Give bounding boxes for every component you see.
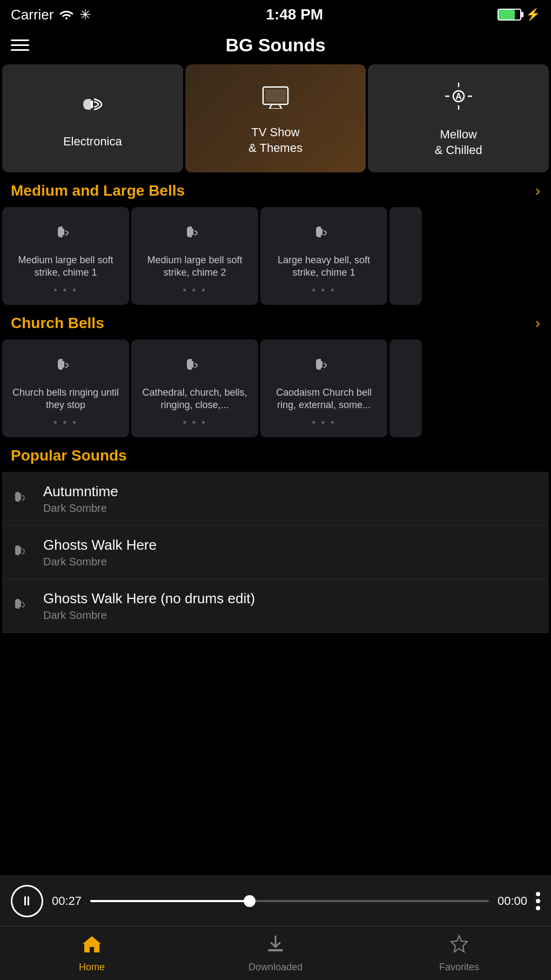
svg-text:A: A [455,92,462,101]
favorites-icon [449,934,469,958]
sound-card-mlb3[interactable]: Large heavy bell, soft strike, chime 1 •… [260,207,387,305]
menu-button[interactable] [11,39,29,51]
status-left: Carrier ✳ [11,6,91,23]
popular-item-1-subtitle: Dark Sombre [43,502,538,515]
sound-icon-cb3 [313,355,335,379]
sound-label-mlb3: Large heavy bell, soft strike, chime 1 [269,254,379,279]
church-bells-header[interactable]: Church Bells › [0,305,551,339]
nav-favorites[interactable]: Favorites [367,926,551,980]
svg-marker-23 [451,936,467,952]
sound-card-cb2[interactable]: Cathedral, church, bells, ringing, close… [131,339,258,437]
sound-card-partial-mlb [389,207,422,305]
nav-downloaded[interactable]: Downloaded [184,926,367,980]
player-pause-button[interactable]: ⏸ [11,885,43,917]
medium-large-bells-title: Medium and Large Bells [11,182,185,199]
tv-icon [261,84,290,115]
status-time: 1:48 PM [266,6,323,23]
church-bells-title: Church Bells [11,315,104,332]
home-icon [82,934,102,958]
popular-item-3-icon [13,596,32,616]
sound-card-cb3[interactable]: Caodaism Church bell ring, external, som… [260,339,387,437]
status-right: ⚡ [498,8,540,22]
popular-item-2-info: Ghosts Walk Here Dark Sombre [43,537,538,568]
sound-dots-cb1: • • • [54,417,78,429]
battery-icon [498,9,521,21]
more-dot-1 [536,892,540,896]
status-bar: Carrier ✳ 1:48 PM ⚡ [0,0,551,29]
svg-rect-19 [19,494,21,500]
popular-item-2-subtitle: Dark Sombre [43,556,538,568]
download-icon [265,934,286,958]
popular-item-1-icon [13,489,32,509]
sound-label-cb3: Caodaism Church bell ring, external, som… [269,386,379,412]
medium-large-bells-cards: Medium large bell soft strike, chime 1 •… [0,207,551,305]
sound-dots-mlb1: • • • [54,285,78,296]
pause-icon: ⏸ [21,894,33,909]
svg-rect-13 [63,229,64,235]
popular-item-1-info: Autumntime Dark Sombre [43,483,538,515]
nav-home[interactable]: Home [0,926,184,980]
category-electronica[interactable]: Electronica [2,64,183,172]
charge-icon: ⚡ [526,8,540,22]
bottom-navigation: Home Downloaded Favorites [0,926,551,980]
popular-item-3-subtitle: Dark Sombre [43,609,538,622]
player-progress-fill [90,900,250,902]
sound-label-cb2: Cathedral, church, bells, ringing, close… [140,386,250,412]
sound-label-cb1: Church bells ringing until they stop [11,386,120,412]
popular-item-2[interactable]: Ghosts Walk Here Dark Sombre [2,526,549,579]
category-grid: Electronica TV Show& Themes A Me [0,64,551,172]
svg-rect-16 [63,361,64,368]
medium-large-bells-header[interactable]: Medium and Large Bells › [0,172,551,207]
sound-card-partial-cb [389,339,422,437]
category-mellow[interactable]: A Mellow& Chilled [368,64,549,172]
sound-card-mlb1[interactable]: Medium large bell soft strike, chime 1 •… [2,207,129,305]
popular-item-2-icon [13,542,32,563]
sound-icon-cb1 [55,355,77,379]
sound-dots-mlb3: • • • [312,285,336,296]
signal-icon: ✳ [79,6,91,23]
medium-large-bells-chevron: › [535,182,540,199]
svg-rect-17 [192,361,193,368]
svg-rect-21 [19,601,21,607]
player-progress-thumb[interactable] [244,895,256,907]
player-bar: ⏸ 00:27 00:00 [0,876,551,926]
tv-show-label: TV Show& Themes [248,125,303,156]
app-title: BG Sounds [225,35,325,56]
popular-item-3-title: Ghosts Walk Here (no drums edit) [43,590,538,607]
sound-icon-mlb1 [55,222,77,246]
downloaded-label: Downloaded [248,962,303,973]
sound-card-mlb2[interactable]: Medium large bell soft strike, chime 2 •… [131,207,258,305]
popular-sounds-title: Popular Sounds [11,447,127,464]
popular-item-3[interactable]: Ghosts Walk Here (no drums edit) Dark So… [2,579,549,633]
popular-item-2-title: Ghosts Walk Here [43,537,538,554]
svg-rect-3 [265,89,286,102]
mellow-icon: A [444,82,473,117]
wifi-icon [59,6,74,23]
svg-rect-15 [321,229,322,235]
sound-card-cb1[interactable]: Church bells ringing until they stop • •… [2,339,129,437]
church-bells-cards: Church bells ringing until they stop • •… [0,339,551,437]
category-tv-show[interactable]: TV Show& Themes [185,64,366,172]
svg-rect-14 [192,229,193,235]
sound-dots-cb3: • • • [312,417,336,429]
app-header: BG Sounds [0,29,551,64]
more-dot-3 [536,906,540,910]
svg-rect-1 [91,101,93,108]
popular-sounds-header: Popular Sounds [0,437,551,472]
sound-dots-mlb2: • • • [183,285,207,296]
sound-icon-mlb3 [313,222,335,246]
player-more-button[interactable] [536,892,540,910]
more-dot-2 [536,899,540,903]
player-time-current: 00:27 [52,894,82,908]
mellow-label: Mellow& Chilled [435,127,482,158]
player-time-total: 00:00 [498,894,527,908]
church-bells-chevron: › [535,315,540,332]
player-progress-bar[interactable] [90,900,489,902]
svg-rect-20 [19,547,21,554]
popular-item-1-title: Autumntime [43,483,538,500]
favorites-label: Favorites [439,962,479,973]
svg-rect-22 [268,949,283,951]
carrier-label: Carrier [11,6,53,23]
sound-label-mlb1: Medium large bell soft strike, chime 1 [11,254,120,279]
popular-item-1[interactable]: Autumntime Dark Sombre [2,472,549,526]
